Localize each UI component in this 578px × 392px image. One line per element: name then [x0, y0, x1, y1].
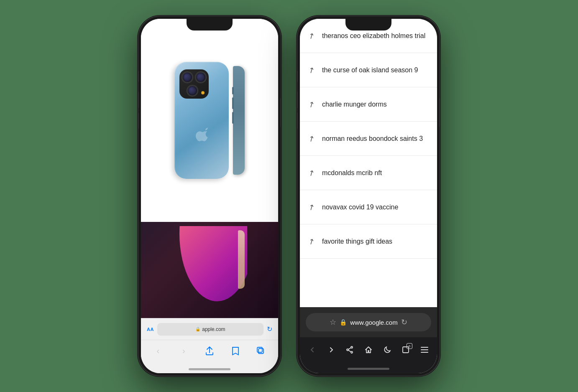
google-tabs-button[interactable]: 6: [398, 342, 413, 357]
trending-arrow-5: ↗: [307, 201, 317, 213]
trending-text-3: norman reedus boondock saints 3: [322, 135, 423, 143]
google-toolbar: 6: [300, 337, 437, 364]
lens-bottom: [187, 85, 198, 96]
google-content: ↗ theranos ceo elizabeth holmes trial ↗ …: [300, 19, 437, 373]
phone-google: ↗ theranos ceo elizabeth holmes trial ↗ …: [297, 16, 440, 376]
gold-iphone-side: [238, 230, 245, 289]
power-button[interactable]: [280, 98, 281, 127]
forward-button[interactable]: ›: [176, 344, 191, 359]
trending-search-list: ↗ theranos ceo elizabeth holmes trial ↗ …: [300, 19, 437, 307]
tab-count-badge: 6: [407, 343, 412, 349]
bookmarks-button[interactable]: [228, 344, 243, 359]
trending-item-5[interactable]: ↗ novavax covid 19 vaccine: [300, 190, 437, 224]
google-url-text: www.google.com: [350, 319, 397, 326]
svg-rect-0: [258, 349, 263, 354]
google-menu-button[interactable]: [417, 342, 432, 357]
iphone-render: [166, 53, 253, 187]
google-address-bar[interactable]: ☆ 🔒 www.google.com ↻: [300, 307, 437, 337]
trending-text-5: novavax covid 19 vaccine: [322, 204, 398, 211]
phone-apple: AA 🔒 apple.com ↻ ‹ ›: [138, 16, 281, 376]
volume-down-button[interactable]: [138, 112, 139, 129]
apple-content: AA 🔒 apple.com ↻ ‹ ›: [141, 19, 278, 373]
google-share-button[interactable]: [342, 342, 357, 357]
trending-arrow-0: ↗: [307, 31, 317, 42]
bookmark-icon: ☆: [330, 318, 336, 327]
google-lock-icon: 🔒: [340, 319, 347, 326]
trending-text-6: favorite things gift ideas: [322, 238, 392, 245]
camera-module: [179, 69, 209, 99]
home-bar: [189, 368, 230, 370]
iphone-back: [174, 62, 229, 179]
tabs-button[interactable]: [253, 344, 269, 359]
trending-arrow-4: ↗: [307, 167, 317, 178]
lens-top-right: [195, 72, 206, 83]
trending-text-4: mcdonalds mcrib nft: [322, 169, 382, 177]
trending-item-2[interactable]: ↗ charlie munger dorms: [300, 87, 437, 122]
google-moon-button[interactable]: [380, 342, 395, 357]
side-detail-3: [232, 112, 234, 124]
mute-button[interactable]: [138, 71, 139, 82]
google-url-pill[interactable]: ☆ 🔒 www.google.com ↻: [306, 313, 431, 331]
back-button[interactable]: ‹: [151, 344, 166, 359]
svg-rect-1: [257, 347, 262, 352]
safari-aa-button[interactable]: AA: [147, 327, 154, 332]
apple-bottom-promo: [141, 222, 278, 318]
google-home-button[interactable]: [361, 342, 376, 357]
phone-google-screen: ↗ theranos ceo elizabeth holmes trial ↗ …: [300, 19, 437, 373]
notch: [187, 19, 233, 31]
trending-arrow-6: ↗: [307, 236, 317, 247]
google-notch: [345, 19, 391, 31]
google-phone-power[interactable]: [439, 98, 440, 127]
trending-arrow-2: ↗: [307, 99, 317, 110]
lock-icon: 🔒: [195, 327, 200, 331]
side-detail-2: [232, 97, 234, 109]
trending-text-1: the curse of oak island season 9: [322, 66, 418, 74]
reload-icon[interactable]: ↻: [267, 325, 272, 333]
phone-apple-screen: AA 🔒 apple.com ↻ ‹ ›: [141, 19, 278, 373]
trending-text-2: charlie munger dorms: [322, 101, 387, 108]
home-indicator: [141, 365, 278, 373]
iphone-side-profile: [233, 66, 245, 175]
trending-arrow-3: ↗: [307, 133, 317, 144]
pink-gradient-shape: [172, 226, 247, 301]
safari-url-text: apple.com: [202, 326, 225, 332]
lens-top-left: [182, 72, 193, 83]
google-reload-icon[interactable]: ↻: [401, 318, 407, 327]
trending-item-4[interactable]: ↗ mcdonalds mcrib nft: [300, 156, 437, 190]
safari-address-bar[interactable]: AA 🔒 apple.com ↻: [141, 318, 278, 340]
google-home-bar: [348, 368, 389, 370]
trending-text-0: theranos ceo elizabeth holmes trial: [322, 32, 425, 40]
trending-item-1[interactable]: ↗ the curse of oak island season 9: [300, 53, 437, 87]
pink-iphone-preview: [141, 222, 278, 318]
trending-item-3[interactable]: ↗ norman reedus boondock saints 3: [300, 122, 437, 156]
google-phone-mute[interactable]: [297, 71, 298, 82]
share-button[interactable]: [202, 344, 217, 359]
safari-url-field[interactable]: 🔒 apple.com: [157, 323, 263, 336]
trending-item-6[interactable]: ↗ favorite things gift ideas: [300, 224, 437, 259]
google-phone-vol-up[interactable]: [297, 92, 298, 108]
safari-toolbar: ‹ ›: [141, 340, 278, 365]
trending-arrow-1: ↗: [307, 64, 317, 76]
google-phone-vol-down[interactable]: [297, 112, 298, 129]
volume-up-button[interactable]: [138, 92, 139, 108]
flash: [201, 91, 205, 94]
side-detail-1: [232, 87, 234, 94]
google-home-indicator: [300, 364, 437, 373]
apple-product-display: [141, 19, 278, 222]
apple-logo-icon: [195, 126, 208, 141]
google-back-button[interactable]: [305, 342, 320, 357]
google-forward-button[interactable]: [324, 342, 339, 357]
